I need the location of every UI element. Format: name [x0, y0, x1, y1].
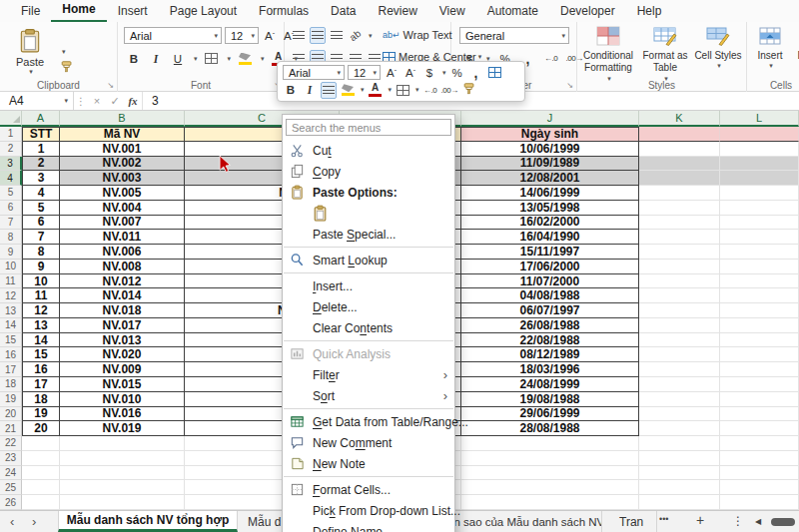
mini-increase-decimal-button[interactable]: ←.0: [422, 82, 438, 99]
menu-search-input[interactable]: [286, 119, 451, 136]
cell[interactable]: 6: [22, 216, 60, 231]
underline-button[interactable]: U: [170, 50, 186, 67]
format-as-table-button[interactable]: Format as Table▾: [637, 26, 693, 83]
cell[interactable]: [639, 127, 720, 142]
cell[interactable]: NV.017: [60, 318, 185, 333]
menu-item-insert[interactable]: Insert...: [283, 275, 454, 296]
cell[interactable]: NV.020: [60, 347, 185, 362]
row-header-7[interactable]: 7: [0, 216, 22, 231]
cell[interactable]: 15: [22, 347, 60, 362]
row-header-11[interactable]: 11: [0, 274, 22, 289]
align-middle-button[interactable]: [310, 27, 326, 44]
cell[interactable]: STT: [22, 127, 60, 142]
row-header-24[interactable]: 24: [0, 466, 22, 481]
cell[interactable]: [60, 480, 185, 495]
cell[interactable]: [60, 495, 185, 510]
cell[interactable]: [639, 201, 720, 216]
cell[interactable]: 15/11/1997: [461, 245, 639, 260]
menu-item-paste-options[interactable]: Paste Options:: [283, 182, 454, 203]
cell[interactable]: [720, 303, 799, 318]
paste-option-button[interactable]: [283, 203, 454, 224]
cell[interactable]: 26/08/1988: [461, 318, 639, 333]
cell[interactable]: 20: [22, 421, 60, 436]
cell[interactable]: 16/04/1990: [461, 230, 639, 245]
cell[interactable]: [461, 480, 639, 495]
cell[interactable]: [720, 245, 799, 260]
cell[interactable]: 18: [22, 392, 60, 407]
ribbon-tab-developer[interactable]: Developer: [549, 1, 626, 22]
menu-item-cut[interactable]: Cut: [283, 140, 454, 161]
conditional-formatting-button[interactable]: Conditional Formatting▾: [580, 26, 636, 83]
cell[interactable]: [720, 142, 799, 157]
cell[interactable]: 2: [22, 157, 60, 172]
cell[interactable]: [22, 480, 60, 495]
cell[interactable]: NV.002: [60, 157, 185, 172]
mini-font-color-button[interactable]: A: [368, 82, 384, 99]
cell[interactable]: [639, 245, 720, 260]
cell[interactable]: 11/09/1989: [461, 157, 639, 172]
row-header-2[interactable]: 2: [0, 142, 22, 157]
cell[interactable]: 16/02/2000: [461, 216, 639, 231]
cell[interactable]: [720, 201, 799, 216]
row-header-21[interactable]: 21: [0, 421, 22, 436]
increase-font-button[interactable]: Aˆ: [262, 27, 278, 44]
dialog-launcher-icon[interactable]: ↘: [566, 81, 573, 90]
cell[interactable]: 06/07/1997: [461, 303, 639, 318]
cell[interactable]: [60, 451, 185, 466]
menu-item-new-note[interactable]: New Note: [283, 453, 454, 474]
cell[interactable]: 14: [22, 333, 60, 348]
fill-color-button[interactable]: [237, 50, 253, 67]
mini-font-name-combo[interactable]: Arial▾: [283, 65, 345, 80]
cell[interactable]: NV.013: [60, 333, 185, 348]
cell[interactable]: 4: [22, 186, 60, 201]
menu-item-pick-from-drop-down-list[interactable]: Pick From Drop-down List...: [283, 500, 454, 521]
row-header-15[interactable]: 15: [0, 333, 22, 348]
cell[interactable]: NV.001: [60, 142, 185, 157]
cell[interactable]: 17/06/2000: [461, 260, 639, 274]
cell[interactable]: 19: [22, 407, 60, 422]
row-header-10[interactable]: 10: [0, 260, 22, 274]
cell[interactable]: NV.019: [60, 421, 185, 436]
row-header-14[interactable]: 14: [0, 318, 22, 333]
tab-overflow-button[interactable]: •••: [659, 514, 668, 524]
mini-font-size-combo[interactable]: 12▾: [348, 65, 381, 80]
cell[interactable]: [639, 230, 720, 245]
cell[interactable]: [639, 288, 720, 303]
cell[interactable]: [22, 436, 60, 451]
cell[interactable]: [639, 318, 720, 333]
cell[interactable]: NV.016: [60, 407, 185, 422]
column-header-J[interactable]: J: [461, 111, 639, 127]
sheet-nav-right-icon[interactable]: ›: [32, 514, 36, 529]
sheet-more-button[interactable]: ⋮: [732, 514, 744, 528]
horizontal-scrollbar-thumb[interactable]: [771, 518, 795, 526]
menu-item-smart-lookup[interactable]: Smart Lookup: [283, 250, 454, 270]
sheet-tab-m-u-danh-s-ch-nv-t-ng-h-p[interactable]: Mẫu danh sách NV tổng hợp: [58, 511, 238, 532]
ribbon-tab-data[interactable]: Data: [320, 1, 367, 22]
cell[interactable]: [461, 451, 639, 466]
cell[interactable]: [461, 495, 639, 510]
menu-item-clear-contents[interactable]: Clear Contents: [283, 317, 454, 338]
cell[interactable]: [639, 171, 720, 186]
italic-button[interactable]: I: [148, 50, 164, 67]
row-header-25[interactable]: 25: [0, 480, 22, 495]
mini-percent-button[interactable]: %: [449, 64, 465, 81]
row-header-5[interactable]: 5: [0, 186, 22, 201]
menu-item-filter[interactable]: Filter›: [283, 364, 454, 385]
cell[interactable]: NV.014: [60, 288, 185, 303]
cancel-icon[interactable]: ×: [88, 95, 106, 107]
cell[interactable]: Mã NV: [60, 127, 185, 142]
font-size-combo[interactable]: 12▾: [225, 27, 259, 44]
cell[interactable]: NV.007: [60, 216, 185, 231]
cell-styles-button[interactable]: Cell Styles▾: [693, 26, 743, 71]
cell[interactable]: [720, 333, 799, 348]
row-header-8[interactable]: 8: [0, 230, 22, 245]
cell[interactable]: [720, 288, 799, 303]
cell[interactable]: NV.009: [60, 362, 185, 377]
ribbon-tab-help[interactable]: Help: [626, 1, 673, 22]
column-header-L[interactable]: L: [720, 111, 799, 127]
orientation-button[interactable]: ab: [348, 27, 364, 44]
cell[interactable]: [639, 142, 720, 157]
cell[interactable]: [60, 466, 185, 481]
align-bottom-button[interactable]: [329, 27, 345, 44]
cell[interactable]: 22/08/1988: [461, 333, 639, 348]
